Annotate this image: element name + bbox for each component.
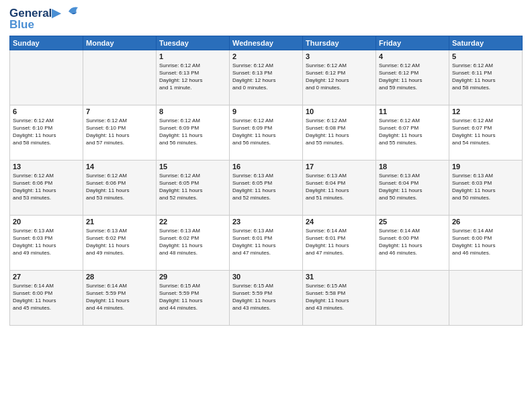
calendar-cell: 10Sunrise: 6:12 AM Sunset: 6:08 PM Dayli… xyxy=(303,105,376,160)
day-info: Sunrise: 6:15 AM Sunset: 5:59 PM Dayligh… xyxy=(159,282,226,312)
calendar-cell: 15Sunrise: 6:12 AM Sunset: 6:05 PM Dayli… xyxy=(157,160,230,215)
calendar-header-row: SundayMondayTuesdayWednesdayThursdayFrid… xyxy=(10,36,523,50)
weekday-header-monday: Monday xyxy=(83,36,157,50)
day-info: Sunrise: 6:12 AM Sunset: 6:06 PM Dayligh… xyxy=(13,172,80,202)
day-number: 29 xyxy=(159,273,226,281)
day-info: Sunrise: 6:12 AM Sunset: 6:09 PM Dayligh… xyxy=(159,117,226,147)
calendar-week-row: 20Sunrise: 6:13 AM Sunset: 6:03 PM Dayli… xyxy=(10,215,523,270)
calendar-cell: 25Sunrise: 6:14 AM Sunset: 6:00 PM Dayli… xyxy=(376,215,449,270)
day-number: 26 xyxy=(452,218,519,226)
day-number: 9 xyxy=(232,107,300,116)
day-number: 8 xyxy=(159,107,226,116)
day-number: 15 xyxy=(159,163,226,171)
day-number: 23 xyxy=(232,218,300,226)
calendar-cell: 23Sunrise: 6:13 AM Sunset: 6:01 PM Dayli… xyxy=(230,215,303,270)
calendar-cell: 11Sunrise: 6:12 AM Sunset: 6:07 PM Dayli… xyxy=(376,105,449,160)
calendar-cell: 13Sunrise: 6:12 AM Sunset: 6:06 PM Dayli… xyxy=(10,160,83,215)
calendar-week-row: 27Sunrise: 6:14 AM Sunset: 6:00 PM Dayli… xyxy=(10,270,523,325)
calendar-cell: 18Sunrise: 6:13 AM Sunset: 6:04 PM Dayli… xyxy=(376,160,449,215)
calendar-cell: 28Sunrise: 6:14 AM Sunset: 5:59 PM Dayli… xyxy=(83,270,157,325)
calendar-cell: 2Sunrise: 6:12 AM Sunset: 6:13 PM Daylig… xyxy=(230,50,303,105)
day-number: 18 xyxy=(379,163,446,171)
day-number: 7 xyxy=(86,107,153,116)
day-number: 10 xyxy=(306,107,373,116)
day-info: Sunrise: 6:12 AM Sunset: 6:12 PM Dayligh… xyxy=(306,62,373,92)
calendar-cell: 29Sunrise: 6:15 AM Sunset: 5:59 PM Dayli… xyxy=(157,270,230,325)
weekday-header-thursday: Thursday xyxy=(303,36,376,50)
weekday-header-friday: Friday xyxy=(376,36,449,50)
day-info: Sunrise: 6:13 AM Sunset: 6:05 PM Dayligh… xyxy=(232,172,300,202)
day-info: Sunrise: 6:13 AM Sunset: 6:04 PM Dayligh… xyxy=(306,172,373,202)
calendar-cell: 14Sunrise: 6:12 AM Sunset: 6:06 PM Dayli… xyxy=(83,160,157,215)
calendar-cell: 19Sunrise: 6:13 AM Sunset: 6:03 PM Dayli… xyxy=(449,160,523,215)
day-info: Sunrise: 6:13 AM Sunset: 6:01 PM Dayligh… xyxy=(232,227,300,257)
logo-bird-icon xyxy=(62,5,82,19)
day-number: 30 xyxy=(232,273,300,281)
calendar-cell xyxy=(376,270,449,325)
day-info: Sunrise: 6:12 AM Sunset: 6:06 PM Dayligh… xyxy=(86,172,153,202)
page-header: General▶ Blue xyxy=(9,7,523,30)
calendar-cell: 22Sunrise: 6:13 AM Sunset: 6:02 PM Dayli… xyxy=(157,215,230,270)
calendar-week-row: 6Sunrise: 6:12 AM Sunset: 6:10 PM Daylig… xyxy=(10,105,523,160)
day-number: 5 xyxy=(452,52,519,60)
calendar-table: SundayMondayTuesdayWednesdayThursdayFrid… xyxy=(9,36,523,326)
calendar-week-row: 1Sunrise: 6:12 AM Sunset: 6:13 PM Daylig… xyxy=(10,50,523,105)
day-info: Sunrise: 6:14 AM Sunset: 6:00 PM Dayligh… xyxy=(379,227,446,257)
day-number: 20 xyxy=(13,218,80,226)
calendar-cell: 31Sunrise: 6:15 AM Sunset: 5:58 PM Dayli… xyxy=(303,270,376,325)
calendar-week-row: 13Sunrise: 6:12 AM Sunset: 6:06 PM Dayli… xyxy=(10,160,523,215)
calendar-cell xyxy=(10,50,83,105)
calendar-cell: 21Sunrise: 6:13 AM Sunset: 6:02 PM Dayli… xyxy=(83,215,157,270)
day-info: Sunrise: 6:14 AM Sunset: 5:59 PM Dayligh… xyxy=(86,282,153,312)
day-number: 3 xyxy=(306,52,373,60)
day-info: Sunrise: 6:12 AM Sunset: 6:13 PM Dayligh… xyxy=(159,62,226,92)
day-info: Sunrise: 6:12 AM Sunset: 6:10 PM Dayligh… xyxy=(13,117,80,147)
day-info: Sunrise: 6:13 AM Sunset: 6:02 PM Dayligh… xyxy=(159,227,226,257)
day-info: Sunrise: 6:14 AM Sunset: 6:00 PM Dayligh… xyxy=(13,282,80,312)
day-number: 1 xyxy=(159,52,226,60)
day-number: 21 xyxy=(86,218,153,226)
calendar-cell: 30Sunrise: 6:15 AM Sunset: 5:59 PM Dayli… xyxy=(230,270,303,325)
day-info: Sunrise: 6:14 AM Sunset: 6:00 PM Dayligh… xyxy=(452,227,519,257)
day-info: Sunrise: 6:15 AM Sunset: 5:58 PM Dayligh… xyxy=(306,282,373,312)
calendar-cell xyxy=(449,270,523,325)
calendar-cell: 9Sunrise: 6:12 AM Sunset: 6:09 PM Daylig… xyxy=(230,105,303,160)
calendar-cell: 6Sunrise: 6:12 AM Sunset: 6:10 PM Daylig… xyxy=(10,105,83,160)
day-number: 16 xyxy=(232,163,300,171)
day-info: Sunrise: 6:12 AM Sunset: 6:13 PM Dayligh… xyxy=(232,62,300,92)
day-info: Sunrise: 6:12 AM Sunset: 6:10 PM Dayligh… xyxy=(86,117,153,147)
day-number: 14 xyxy=(86,163,153,171)
logo: General▶ Blue xyxy=(9,7,82,30)
day-number: 11 xyxy=(379,107,446,116)
day-info: Sunrise: 6:12 AM Sunset: 6:05 PM Dayligh… xyxy=(159,172,226,202)
day-info: Sunrise: 6:13 AM Sunset: 6:03 PM Dayligh… xyxy=(452,172,519,202)
day-info: Sunrise: 6:12 AM Sunset: 6:09 PM Dayligh… xyxy=(232,117,300,147)
weekday-header-sunday: Sunday xyxy=(10,36,83,50)
calendar-cell: 16Sunrise: 6:13 AM Sunset: 6:05 PM Dayli… xyxy=(230,160,303,215)
day-info: Sunrise: 6:12 AM Sunset: 6:08 PM Dayligh… xyxy=(306,117,373,147)
day-number: 17 xyxy=(306,163,373,171)
calendar-cell: 17Sunrise: 6:13 AM Sunset: 6:04 PM Dayli… xyxy=(303,160,376,215)
day-number: 27 xyxy=(13,273,80,281)
day-number: 24 xyxy=(306,218,373,226)
day-info: Sunrise: 6:13 AM Sunset: 6:04 PM Dayligh… xyxy=(379,172,446,202)
day-info: Sunrise: 6:12 AM Sunset: 6:07 PM Dayligh… xyxy=(379,117,446,147)
calendar-cell: 26Sunrise: 6:14 AM Sunset: 6:00 PM Dayli… xyxy=(449,215,523,270)
calendar-cell: 27Sunrise: 6:14 AM Sunset: 6:00 PM Dayli… xyxy=(10,270,83,325)
day-info: Sunrise: 6:14 AM Sunset: 6:01 PM Dayligh… xyxy=(306,227,373,257)
weekday-header-tuesday: Tuesday xyxy=(157,36,230,50)
day-number: 13 xyxy=(13,163,80,171)
day-number: 19 xyxy=(452,163,519,171)
calendar-cell: 7Sunrise: 6:12 AM Sunset: 6:10 PM Daylig… xyxy=(83,105,157,160)
logo-blue: Blue xyxy=(9,19,82,30)
day-number: 4 xyxy=(379,52,446,60)
calendar-cell: 5Sunrise: 6:12 AM Sunset: 6:11 PM Daylig… xyxy=(449,50,523,105)
weekday-header-saturday: Saturday xyxy=(449,36,523,50)
day-info: Sunrise: 6:12 AM Sunset: 6:12 PM Dayligh… xyxy=(379,62,446,92)
day-number: 6 xyxy=(13,107,80,116)
calendar-cell: 12Sunrise: 6:12 AM Sunset: 6:07 PM Dayli… xyxy=(449,105,523,160)
day-number: 2 xyxy=(232,52,300,60)
calendar-cell: 8Sunrise: 6:12 AM Sunset: 6:09 PM Daylig… xyxy=(157,105,230,160)
calendar-cell: 4Sunrise: 6:12 AM Sunset: 6:12 PM Daylig… xyxy=(376,50,449,105)
weekday-header-wednesday: Wednesday xyxy=(230,36,303,50)
